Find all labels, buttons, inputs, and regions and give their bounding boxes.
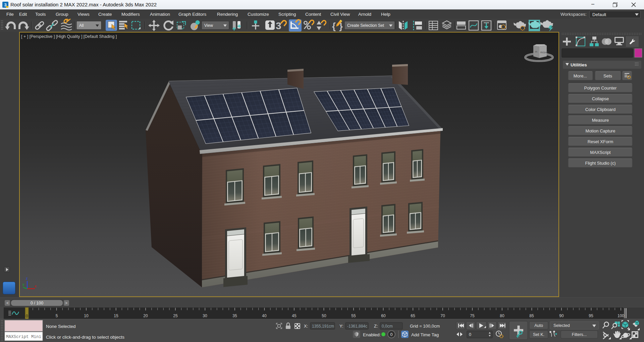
svg-text:15: 15 <box>114 314 118 318</box>
svg-text:Grid = 100,0cm: Grid = 100,0cm <box>410 324 440 329</box>
svg-text:Click or click-and-drag to sel: Click or click-and-drag to select object… <box>46 335 124 340</box>
svg-text:IN: IN <box>535 51 537 53</box>
svg-text:85: 85 <box>529 314 534 318</box>
svg-text:70: 70 <box>440 314 445 318</box>
svg-text:Set K.: Set K. <box>533 332 544 337</box>
svg-text:0 / 100: 0 / 100 <box>31 301 43 305</box>
svg-text:0: 0 <box>469 332 471 337</box>
svg-text:Selected: Selected <box>553 323 570 328</box>
svg-text:Utilities: Utilities <box>571 62 587 67</box>
svg-text:More...: More... <box>574 73 587 78</box>
svg-text:Reset XForm: Reset XForm <box>588 139 613 144</box>
svg-text:3: 3 <box>276 20 281 31</box>
svg-text:0,0cm: 0,0cm <box>382 324 393 329</box>
svg-text:55: 55 <box>351 314 356 318</box>
svg-text:x: x <box>35 284 37 288</box>
svg-text:100: 100 <box>618 314 624 318</box>
svg-text:Measure: Measure <box>592 118 609 123</box>
svg-text:45: 45 <box>292 314 297 318</box>
svg-text:[ + ] [Perspective ] [High Qua: [ + ] [Perspective ] [High Quality ] [De… <box>21 34 117 39</box>
svg-text:Create Selection Set: Create Selection Set <box>347 23 384 28</box>
svg-text:65: 65 <box>411 314 415 318</box>
svg-text:Filters...: Filters... <box>572 332 587 337</box>
svg-text:75: 75 <box>470 314 475 318</box>
svg-text:60: 60 <box>381 314 386 318</box>
svg-text:X:: X: <box>304 324 308 329</box>
svg-text:10: 10 <box>84 314 89 318</box>
svg-text:Y:: Y: <box>339 324 343 329</box>
svg-text:35: 35 <box>232 314 237 318</box>
svg-text:MAXScript Mini: MAXScript Mini <box>6 335 41 339</box>
svg-text:Z:: Z: <box>374 324 378 329</box>
svg-text:RIGHT: RIGHT <box>540 51 548 54</box>
svg-text:90: 90 <box>559 314 564 318</box>
svg-text:40: 40 <box>262 314 267 318</box>
svg-text:Sets: Sets <box>603 73 612 78</box>
svg-text:{: { <box>332 21 336 31</box>
svg-text:Enabled:: Enabled: <box>363 332 381 337</box>
svg-text:>: > <box>65 301 67 305</box>
svg-text:Collapse: Collapse <box>592 96 609 101</box>
svg-text:0: 0 <box>26 314 28 319</box>
svg-text:Polygon Counter: Polygon Counter <box>584 86 617 91</box>
svg-text:Auto: Auto <box>534 323 543 328</box>
svg-text:y: y <box>22 282 24 286</box>
svg-text:Flight Studio (c): Flight Studio (c) <box>585 161 615 166</box>
svg-text:95: 95 <box>589 314 593 318</box>
svg-text:5: 5 <box>56 314 58 318</box>
svg-text:25: 25 <box>173 314 178 318</box>
svg-text:All: All <box>79 23 84 28</box>
svg-text:None Selected: None Selected <box>46 324 76 329</box>
svg-text:20: 20 <box>143 314 148 318</box>
svg-text:Motion Capture: Motion Capture <box>586 128 615 133</box>
svg-text:Color Clipboard: Color Clipboard <box>585 107 615 112</box>
svg-text:80: 80 <box>500 314 504 318</box>
svg-text:<: < <box>6 301 9 305</box>
svg-text:Add Time Tag: Add Time Tag <box>411 332 439 337</box>
svg-text:MAXScript: MAXScript <box>590 150 611 155</box>
svg-text:50: 50 <box>322 314 326 318</box>
svg-text:30: 30 <box>203 314 207 318</box>
svg-text:z: z <box>26 276 28 280</box>
svg-text:0: 0 <box>390 332 393 337</box>
svg-text:View: View <box>204 23 213 28</box>
svg-text:1355,191cm: 1355,191cm <box>312 324 334 329</box>
svg-text:-1361,884c: -1361,884c <box>347 324 367 329</box>
